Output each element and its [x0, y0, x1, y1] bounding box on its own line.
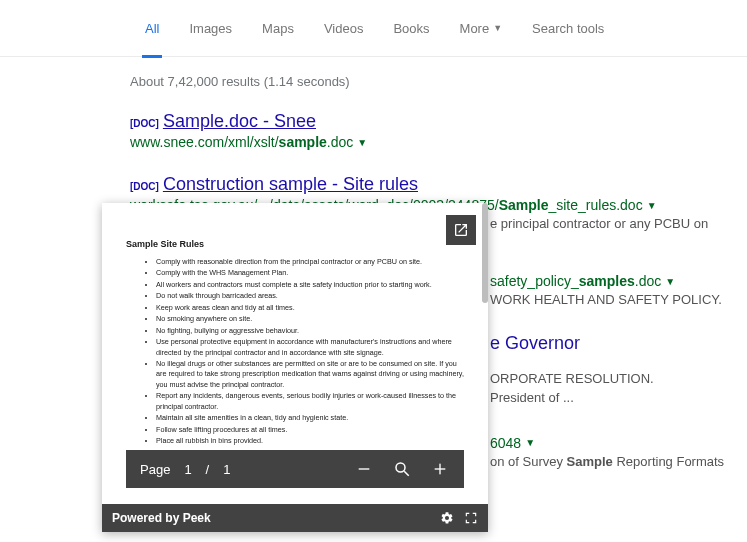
zoom-button[interactable] [392, 460, 412, 478]
tab-maps[interactable]: Maps [247, 0, 309, 57]
document-rule-item: No fighting, bullying or aggressive beha… [156, 326, 464, 336]
url-dropdown-icon[interactable]: ▼ [665, 276, 675, 287]
document-rule-item: Comply with the WHS Management Plan. [156, 268, 464, 278]
fullscreen-button[interactable] [464, 511, 478, 525]
document-rule-item: Maintain all site amenities in a clean, … [156, 413, 464, 423]
document-rule-item: All workers and contractors must complet… [156, 280, 464, 290]
document-rules-list: Comply with reasonable direction from th… [126, 257, 464, 446]
tab-images[interactable]: Images [174, 0, 247, 57]
result-title-link[interactable]: Construction sample - Site rules [163, 174, 418, 195]
document-rule-item: Report any incidents, dangerous events, … [156, 391, 464, 412]
document-rule-item: No illegal drugs or other substances are… [156, 359, 464, 390]
tab-search-tools[interactable]: Search tools [517, 0, 619, 57]
document-rule-item: Keep work areas clean and tidy at all ti… [156, 303, 464, 313]
page-label: Page [140, 462, 170, 477]
document-rule-item: Use personal protective equipment in acc… [156, 337, 464, 358]
result-stats: About 7,42,000 results (1.14 seconds) [130, 74, 747, 89]
settings-button[interactable] [440, 511, 454, 525]
url-dropdown-icon[interactable]: ▼ [647, 200, 657, 211]
document-rule-item: No smoking anywhere on site. [156, 314, 464, 324]
gear-icon [440, 511, 454, 525]
plus-icon [432, 461, 448, 477]
zoom-in-button[interactable] [430, 461, 450, 477]
svg-point-1 [396, 463, 405, 472]
url-dropdown-icon[interactable]: ▼ [525, 437, 535, 448]
search-result: [DOC] Sample.doc - Snee www.snee.com/xml… [130, 111, 730, 150]
document-rule-item: Follow safe lifting procedures at all ti… [156, 425, 464, 435]
open-in-new-icon [453, 222, 469, 238]
page-sep: / [206, 462, 210, 477]
url-dropdown-icon[interactable]: ▼ [357, 137, 367, 148]
fullscreen-icon [464, 511, 478, 525]
tab-more[interactable]: More ▼ [445, 0, 518, 57]
zoom-out-button[interactable] [354, 461, 374, 477]
tab-all[interactable]: All [130, 0, 174, 57]
open-in-new-button[interactable] [446, 215, 476, 245]
tab-books[interactable]: Books [378, 0, 444, 57]
scrollbar-thumb[interactable] [482, 203, 488, 303]
minus-icon [356, 461, 372, 477]
document-rule-item: Do not walk through barricaded areas. [156, 291, 464, 301]
peek-toolbar: Page 1 / 1 [126, 450, 464, 488]
magnifier-icon [393, 460, 411, 478]
chevron-down-icon: ▼ [493, 23, 502, 33]
tab-more-label: More [460, 21, 490, 36]
document-rule-item: Comply with reasonable direction from th… [156, 257, 464, 267]
result-url: www.snee.com/xml/xslt/sample.doc ▼ [130, 134, 730, 150]
peek-footer-label: Powered by Peek [112, 511, 211, 525]
page-current: 1 [184, 462, 191, 477]
peek-footer: Powered by Peek [102, 504, 488, 532]
filetype-tag: [DOC] [130, 181, 159, 192]
page-total: 1 [223, 462, 230, 477]
tab-videos[interactable]: Videos [309, 0, 379, 57]
filetype-tag: [DOC] [130, 118, 159, 129]
svg-rect-4 [439, 464, 440, 475]
result-title-link[interactable]: Sample.doc - Snee [163, 111, 316, 132]
svg-line-2 [404, 471, 409, 476]
search-tabs: All Images Maps Videos Books More ▼ Sear… [0, 0, 747, 57]
document-rule-item: Place all rubbish in bins provided. [156, 436, 464, 446]
result-title-link[interactable]: e Governor [490, 333, 580, 354]
peek-preview-panel: Sample Site Rules Comply with reasonable… [102, 203, 488, 532]
document-heading: Sample Site Rules [126, 239, 464, 249]
svg-rect-0 [359, 468, 370, 469]
